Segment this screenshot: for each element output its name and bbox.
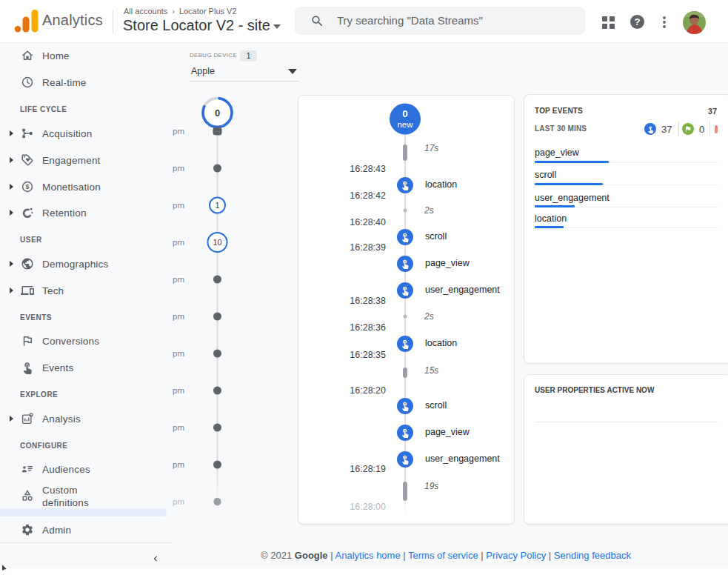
svg-text:10: 10 — [213, 238, 221, 247]
svg-text:0: 0 — [402, 108, 408, 119]
svg-text:1: 1 — [215, 201, 219, 210]
svg-text:0: 0 — [215, 107, 220, 119]
svg-text:new: new — [397, 120, 413, 129]
